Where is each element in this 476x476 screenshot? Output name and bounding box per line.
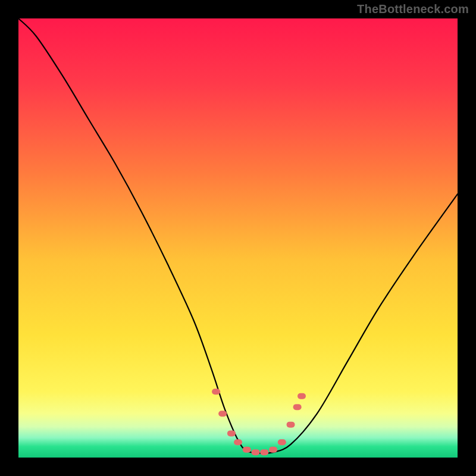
curve-marker — [278, 439, 286, 445]
curve-marker — [298, 393, 306, 399]
curve-marker — [252, 449, 260, 455]
curve-marker — [260, 449, 268, 455]
curve-marker — [269, 447, 277, 453]
curve-marker — [234, 439, 242, 445]
curve-marker — [287, 422, 295, 428]
gradient-background — [18, 18, 458, 458]
curve-marker — [218, 411, 227, 416]
curve-marker — [227, 430, 236, 436]
curve-marker — [293, 404, 302, 410]
bottleneck-chart — [0, 0, 476, 476]
curve-marker — [212, 389, 220, 394]
chart-frame: TheBottleneck.com — [0, 0, 476, 476]
curve-marker — [243, 447, 251, 453]
watermark-text: TheBottleneck.com — [357, 2, 469, 16]
